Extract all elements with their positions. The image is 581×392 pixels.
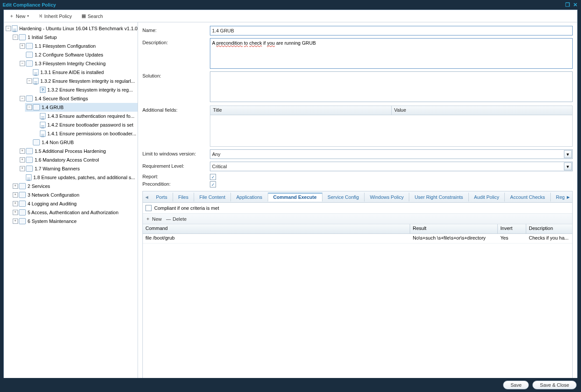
additional-grid[interactable] bbox=[210, 115, 573, 147]
tab-ports[interactable]: Ports bbox=[151, 193, 173, 201]
minus-icon: — bbox=[166, 216, 171, 222]
tree-item[interactable]: +5 Access, Authentication and Authorizat… bbox=[11, 208, 138, 217]
collapse-icon[interactable]: − bbox=[20, 96, 25, 101]
expand-icon[interactable]: + bbox=[20, 166, 25, 171]
limit-select[interactable] bbox=[210, 149, 573, 159]
tree-item[interactable]: 1.8 Ensure updates, patches, and additio… bbox=[18, 173, 138, 182]
expand-icon[interactable]: + bbox=[13, 219, 18, 224]
expand-icon[interactable]: + bbox=[13, 192, 18, 198]
requirement-select[interactable] bbox=[210, 162, 573, 171]
folder-icon bbox=[19, 192, 26, 198]
collapse-icon[interactable]: − bbox=[6, 26, 11, 31]
name-input[interactable] bbox=[210, 26, 573, 35]
delete-criterion-button[interactable]: —Delete bbox=[166, 216, 187, 222]
folder-icon bbox=[33, 104, 40, 110]
additional-label: Additional fields: bbox=[142, 106, 210, 113]
tree-item[interactable]: +1.6 Mandatory Access Control bbox=[18, 155, 138, 164]
tab-files[interactable]: Files bbox=[173, 193, 194, 201]
tab-service-config[interactable]: Service Config bbox=[322, 193, 365, 201]
new-criterion-button[interactable]: ＋New bbox=[145, 215, 162, 222]
tree-item[interactable]: +6 System Maintenance bbox=[11, 217, 138, 226]
report-checkbox[interactable] bbox=[210, 174, 216, 180]
precondition-checkbox[interactable] bbox=[210, 181, 216, 187]
tabs-row: ◄ Ports Files File Content Applications … bbox=[142, 191, 573, 202]
expand-icon[interactable]: + bbox=[20, 43, 25, 49]
compliant-label: Compliant if one criteria is met bbox=[154, 205, 219, 211]
tree-item[interactable]: +1.5 Additional Process Hardening bbox=[18, 147, 138, 155]
compliant-checkbox[interactable] bbox=[145, 205, 152, 211]
new-button[interactable]: ＋ New ▾ bbox=[7, 12, 32, 20]
folder-icon bbox=[19, 183, 26, 189]
command-grid[interactable]: Command Result Invert Description file /… bbox=[143, 224, 572, 384]
expand-icon[interactable]: + bbox=[20, 157, 25, 162]
limit-label: Limit to windows version: bbox=[142, 149, 210, 159]
expand-icon[interactable]: + bbox=[20, 148, 25, 154]
policy-tree[interactable]: −Hardening - Ubuntu Linux 16.04 LTS Benc… bbox=[4, 22, 138, 388]
plus-icon: ＋ bbox=[9, 13, 14, 19]
collapse-icon[interactable]: − bbox=[27, 105, 32, 110]
chevron-down-icon: ▾ bbox=[27, 14, 29, 18]
window-restore-icon[interactable]: ❐ bbox=[564, 2, 570, 8]
expand-icon[interactable]: + bbox=[13, 184, 18, 189]
expand-icon[interactable]: + bbox=[13, 210, 18, 215]
tree-item[interactable]: 1.4 Non GRUB bbox=[25, 138, 138, 147]
window-close-icon[interactable]: ✕ bbox=[572, 2, 578, 8]
tab-applications[interactable]: Applications bbox=[231, 193, 268, 201]
cell-description: Checks if you ha... bbox=[526, 234, 572, 243]
expand-icon[interactable]: + bbox=[13, 201, 18, 206]
tree-item[interactable]: +2 Services bbox=[11, 182, 138, 191]
table-row[interactable]: file /boot/grub No\s+such \s+file\s+or\s… bbox=[143, 234, 572, 244]
folder-icon bbox=[19, 218, 26, 224]
search-label: Search bbox=[88, 14, 103, 19]
tree-item[interactable]: 1.4.1 Ensure permissions on bootloader..… bbox=[32, 129, 138, 138]
tabs-prev-button[interactable]: ◄ bbox=[143, 194, 151, 200]
cell-invert: Yes bbox=[498, 234, 526, 243]
tree-item[interactable]: −1 Initial Setup bbox=[11, 33, 138, 42]
chevron-down-icon[interactable]: ▾ bbox=[564, 150, 572, 158]
chevron-down-icon[interactable]: ▾ bbox=[564, 162, 572, 170]
folder-icon bbox=[26, 157, 33, 163]
tab-account-checks[interactable]: Account Checks bbox=[505, 193, 550, 201]
tree-item[interactable]: −1.3.2 Ensure filesystem integrity is re… bbox=[25, 77, 138, 85]
cell-command: file /boot/grub bbox=[143, 234, 410, 243]
tabs-next-button[interactable]: ► bbox=[564, 194, 572, 200]
tab-command-execute[interactable]: Command Execute bbox=[268, 193, 322, 201]
tree-item[interactable]: +3 Network Configuration bbox=[11, 191, 138, 199]
save-button[interactable]: Save bbox=[503, 381, 529, 389]
folder-icon bbox=[26, 52, 33, 58]
tab-windows-policy[interactable]: Windows Policy bbox=[365, 193, 409, 201]
tree-item[interactable]: +1.7 Warning Banners bbox=[18, 164, 138, 173]
tab-audit-policy[interactable]: Audit Policy bbox=[469, 193, 505, 201]
tree-item[interactable]: 1.4.3 Ensure authentication required fo.… bbox=[32, 112, 138, 120]
tree-item[interactable]: 1.3.1 Ensure AIDE is installed bbox=[25, 68, 138, 77]
collapse-icon[interactable]: − bbox=[27, 78, 32, 84]
description-input[interactable]: A precondition to check if you are runni… bbox=[210, 38, 573, 69]
tab-file-content[interactable]: File Content bbox=[194, 193, 231, 201]
folder-icon bbox=[26, 60, 33, 67]
folder-icon bbox=[26, 95, 33, 102]
doc-icon bbox=[33, 69, 39, 75]
save-close-button[interactable]: Save & Close bbox=[532, 381, 577, 389]
tab-registry-keys[interactable]: Registry Keys bbox=[551, 193, 564, 201]
collapse-icon[interactable]: − bbox=[13, 35, 18, 40]
tree-item[interactable]: 1.2 Configure Software Updates bbox=[18, 50, 138, 59]
search-button[interactable]: ▦ Search bbox=[79, 12, 106, 20]
tree-item-selected[interactable]: −1.4 GRUB bbox=[25, 103, 138, 112]
tree-item[interactable]: −1.3 Filesystem Integrity Checking bbox=[18, 59, 138, 68]
tab-user-right[interactable]: User Right Constraints bbox=[409, 193, 469, 201]
folder-icon bbox=[19, 34, 26, 40]
tree-item[interactable]: +4 Logging and Auditing bbox=[11, 199, 138, 208]
tree-item[interactable]: ?1.3.2 Ensure filesystem integrity is re… bbox=[32, 85, 138, 94]
additional-grid-header: Title Value bbox=[210, 106, 573, 115]
inherit-label: Inherit Policy bbox=[44, 14, 72, 19]
report-label: Report: bbox=[142, 174, 210, 180]
tree-item[interactable]: 1.4.2 Ensure bootloader password is set bbox=[32, 120, 138, 129]
solution-input[interactable] bbox=[210, 71, 573, 102]
tree-item[interactable]: −1.4 Secure Boot Settings bbox=[18, 94, 138, 103]
command-execute-panel: Compliant if one criteria is met ＋New —D… bbox=[142, 202, 573, 385]
tree-item[interactable]: +1.1 Filesystem Configuration bbox=[18, 42, 138, 50]
tree-root[interactable]: −Hardening - Ubuntu Linux 16.04 LTS Benc… bbox=[4, 24, 138, 33]
inherit-policy-button[interactable]: ⤭ Inherit Policy bbox=[36, 12, 74, 20]
plus-icon: ＋ bbox=[145, 215, 150, 222]
collapse-icon[interactable]: − bbox=[20, 61, 25, 66]
